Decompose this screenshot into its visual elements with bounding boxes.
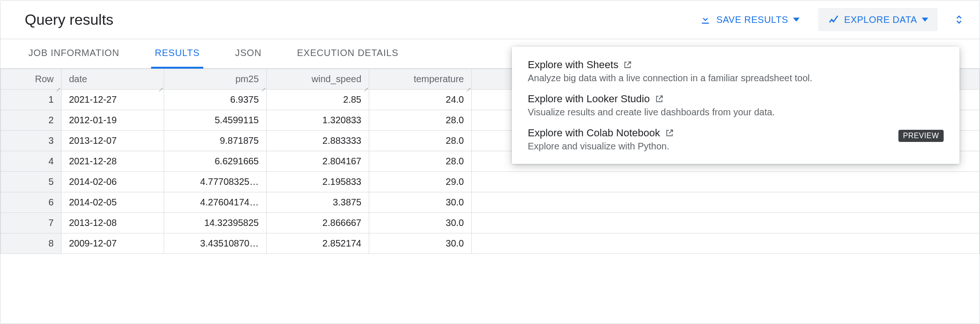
cell-temperature: 30.0: [369, 213, 472, 233]
cell-temperature: 30.0: [369, 192, 472, 213]
explore-data-label: EXPLORE DATA: [844, 14, 917, 25]
open-external-icon: [665, 128, 674, 138]
cell-wind-speed: 2.85: [267, 90, 369, 110]
cell-pm25: 6.9375: [164, 90, 267, 110]
col-header-temperature[interactable]: temperature: [369, 69, 472, 90]
cell-date: 2009-12-07: [62, 233, 164, 254]
dropdown-item-title: Explore with Colab Notebook: [528, 127, 944, 139]
table-row[interactable]: 72013-12-0814.323958252.86666730.0: [1, 213, 980, 233]
download-icon: [699, 14, 711, 26]
cell-row-index: 8: [1, 233, 62, 254]
cell-temperature: 24.0: [369, 90, 472, 110]
open-external-icon: [623, 60, 632, 70]
table-row[interactable]: 62014-02-054.27604174…3.387530.0: [1, 192, 980, 213]
cell-pm25: 3.43510870…: [164, 233, 267, 254]
chevrons-up-down-icon: [954, 14, 964, 25]
cell-temperature: 28.0: [369, 151, 472, 172]
cell-row-index: 7: [1, 213, 62, 233]
page-title: Query results: [25, 11, 113, 28]
open-external-icon: [655, 94, 664, 104]
cell-row-index: 5: [1, 172, 62, 192]
tab-job-information[interactable]: JOB INFORMATION: [25, 39, 123, 69]
cell-temperature: 30.0: [369, 233, 472, 254]
cell-wind-speed: 2.883333: [267, 131, 369, 151]
caret-down-icon: [793, 16, 800, 23]
cell-wind-speed: 2.195833: [267, 172, 369, 192]
tab-execution-details[interactable]: EXECUTION DETAILS: [293, 39, 402, 69]
dropdown-item-desc: Explore and visualize with Python.: [528, 141, 944, 152]
cell-pm25: 4.27604174…: [164, 192, 267, 213]
cell-empty: [472, 233, 980, 254]
cell-pm25: 5.4599115: [164, 110, 267, 131]
resize-handle-icon[interactable]: [363, 85, 368, 89]
dropdown-item-desc: Analyze big data with a live connection …: [528, 73, 944, 84]
resize-handle-icon[interactable]: [158, 85, 163, 89]
expand-collapse-toggle[interactable]: [952, 12, 966, 27]
save-results-button[interactable]: SAVE RESULTS: [690, 8, 808, 31]
cell-pm25: 4.77708325…: [164, 172, 267, 192]
cell-wind-speed: 1.320833: [267, 110, 369, 131]
cell-date: 2012-01-19: [62, 110, 164, 131]
cell-pm25: 9.871875: [164, 131, 267, 151]
table-row[interactable]: 82009-12-073.43510870…2.85217430.0: [1, 233, 980, 254]
cell-row-index: 4: [1, 151, 62, 172]
cell-date: 2021-12-28: [62, 151, 164, 172]
cell-date: 2014-02-06: [62, 172, 164, 192]
chart-icon: [828, 14, 840, 26]
cell-wind-speed: 3.3875: [267, 192, 369, 213]
dropdown-item-desc: Visualize results and create live dashbo…: [528, 107, 944, 118]
cell-row-index: 3: [1, 131, 62, 151]
cell-temperature: 29.0: [369, 172, 472, 192]
cell-date: 2014-02-05: [62, 192, 164, 213]
panel-header: Query results SAVE RESULTS EXPLORE DATA: [0, 0, 980, 39]
resize-handle-icon[interactable]: [55, 85, 60, 89]
cell-temperature: 28.0: [369, 131, 472, 151]
save-results-label: SAVE RESULTS: [716, 14, 788, 25]
explore-data-button[interactable]: EXPLORE DATA: [818, 8, 938, 31]
col-header-wind-speed[interactable]: wind_speed: [267, 69, 369, 90]
cell-pm25: 14.32395825: [164, 213, 267, 233]
dropdown-item-looker-studio[interactable]: Explore with Looker Studio Visualize res…: [512, 88, 959, 122]
cell-pm25: 6.6291665: [164, 151, 267, 172]
tab-json[interactable]: JSON: [231, 39, 265, 69]
cell-wind-speed: 2.852174: [267, 233, 369, 254]
cell-empty: [472, 192, 980, 213]
dropdown-item-sheets[interactable]: Explore with Sheets Analyze big data wit…: [512, 54, 959, 88]
col-header-row[interactable]: Row: [1, 69, 62, 90]
cell-date: 2021-12-27: [62, 90, 164, 110]
cell-row-index: 2: [1, 110, 62, 131]
tab-results[interactable]: RESULTS: [151, 39, 203, 69]
cell-wind-speed: 2.804167: [267, 151, 369, 172]
preview-badge: PREVIEW: [898, 130, 944, 142]
col-header-date[interactable]: date: [62, 69, 164, 90]
dropdown-item-title: Explore with Looker Studio: [528, 93, 944, 105]
cell-row-index: 1: [1, 90, 62, 110]
cell-date: 2013-12-08: [62, 213, 164, 233]
resize-handle-icon[interactable]: [466, 85, 470, 89]
resize-handle-icon[interactable]: [261, 85, 265, 89]
dropdown-item-colab-notebook[interactable]: Explore with Colab Notebook Explore and …: [512, 122, 959, 156]
table-row[interactable]: 52014-02-064.77708325…2.19583329.0: [1, 172, 980, 192]
cell-empty: [472, 213, 980, 233]
cell-empty: [472, 172, 980, 192]
cell-row-index: 6: [1, 192, 62, 213]
caret-down-icon: [922, 16, 928, 23]
dropdown-item-title: Explore with Sheets: [528, 59, 944, 71]
cell-date: 2013-12-07: [62, 131, 164, 151]
col-header-pm25[interactable]: pm25: [164, 69, 267, 90]
explore-data-dropdown: Explore with Sheets Analyze big data wit…: [512, 47, 959, 164]
header-actions: SAVE RESULTS EXPLORE DATA: [690, 8, 966, 31]
cell-wind-speed: 2.866667: [267, 213, 369, 233]
cell-temperature: 28.0: [369, 110, 472, 131]
